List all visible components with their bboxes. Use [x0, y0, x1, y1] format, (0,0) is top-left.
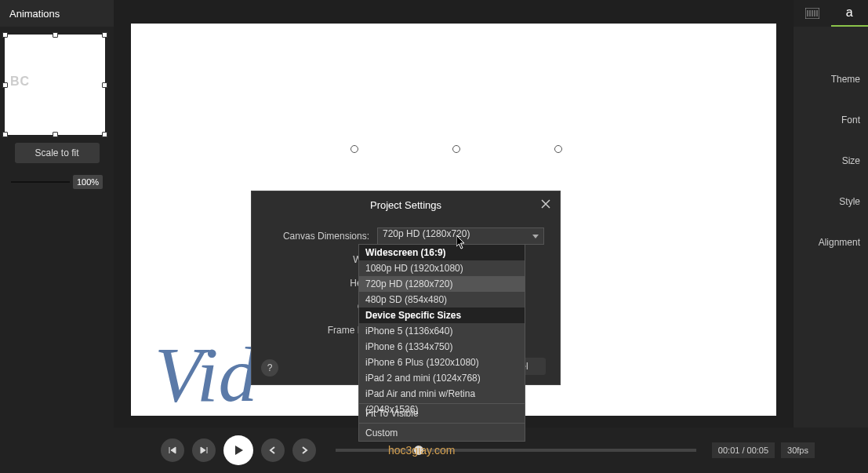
- help-button[interactable]: ?: [261, 359, 278, 377]
- scale-to-fit-button[interactable]: Scale to fit: [15, 143, 100, 163]
- next-frame-button[interactable]: [192, 438, 216, 462]
- zoom-value[interactable]: 100%: [73, 175, 103, 189]
- thumb-label: BC: [10, 75, 30, 89]
- chevron-down-icon: [532, 235, 539, 238]
- animation-thumbnail[interactable]: BC: [5, 35, 105, 135]
- dialog-header: Project Settings: [252, 191, 560, 218]
- dropdown-item-fit[interactable]: Fit To Visible: [359, 406, 525, 421]
- watermark-text: Vid: [154, 329, 257, 420]
- thumbnail-area: BC Scale to fit 100%: [0, 27, 114, 201]
- canvas-dimensions-select[interactable]: 720p HD (1280x720): [377, 227, 544, 245]
- dropdown-item-iphone6plus[interactable]: iPhone 6 Plus (1920x1080): [359, 355, 525, 370]
- dropdown-item-custom[interactable]: Custom: [359, 425, 525, 441]
- prev-frame-button[interactable]: [161, 438, 184, 462]
- animations-tab[interactable]: Animations: [0, 0, 114, 27]
- right-panel: a Theme Font Size Style Alignment: [794, 0, 868, 473]
- theme-label: Theme: [794, 66, 868, 93]
- close-icon[interactable]: [539, 198, 552, 210]
- dropdown-item-iphone5[interactable]: iPhone 5 (1136x640): [359, 323, 525, 339]
- size-label: Size: [794, 147, 868, 174]
- time-display: 00:01 / 00:05: [712, 442, 775, 458]
- dropdown-item-1080p[interactable]: 1080p HD (1920x1080): [359, 260, 525, 276]
- zoom-slider[interactable]: [11, 181, 70, 183]
- dropdown-header-widescreen: Widescreen (16:9): [359, 245, 525, 260]
- watermark-url: hoc3giay.com: [388, 444, 455, 457]
- fps-display: 30fps: [781, 442, 815, 458]
- properties-tab-icon[interactable]: [794, 0, 831, 27]
- left-panel: Animations BC Scale to fit 100%: [0, 0, 114, 473]
- dropdown-item-iphone6[interactable]: iPhone 6 (1334x750): [359, 339, 525, 355]
- zoom-row: 100%: [5, 171, 109, 193]
- dimensions-dropdown: Widescreen (16:9) 1080p HD (1920x1080) 7…: [358, 244, 525, 442]
- text-tab[interactable]: a: [831, 0, 869, 27]
- dropdown-item-720p[interactable]: 720p HD (1280x720): [359, 276, 525, 292]
- dropdown-item-ipad2[interactable]: iPad 2 and mini (1024x768): [359, 370, 525, 386]
- next-marker-button[interactable]: [292, 438, 316, 462]
- play-button[interactable]: [223, 435, 253, 465]
- prev-marker-button[interactable]: [261, 438, 285, 462]
- dropdown-item-ipadair[interactable]: iPad Air and mini w/Retina (2048x1536): [359, 386, 525, 402]
- dropdown-item-480p[interactable]: 480p SD (854x480): [359, 292, 525, 307]
- dialog-title: Project Settings: [370, 199, 441, 211]
- canvas-dimensions-label: Canvas Dimensions:: [267, 231, 377, 242]
- alignment-label: Alignment: [794, 229, 868, 256]
- dropdown-header-device: Device Specific Sizes: [359, 307, 525, 323]
- style-label: Style: [794, 188, 868, 215]
- font-label: Font: [794, 107, 868, 133]
